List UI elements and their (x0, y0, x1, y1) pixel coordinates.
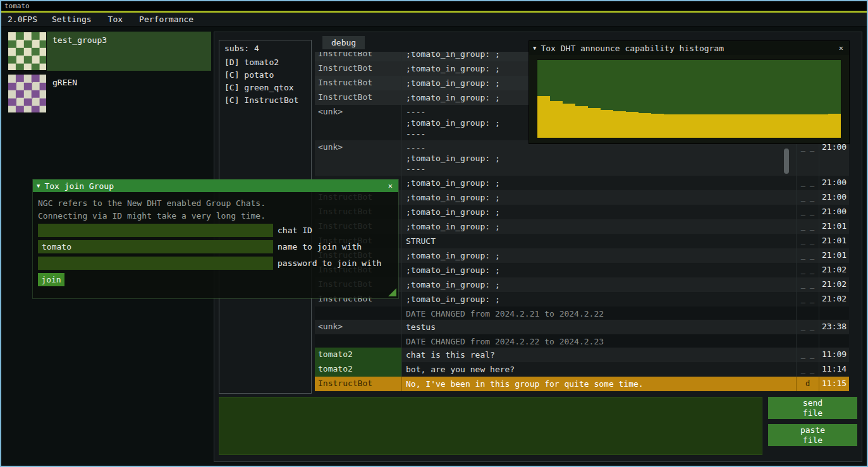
message-row[interactable]: InstructBotNo, I've been in this group f… (315, 377, 849, 391)
delivery-flags: _ _ (796, 292, 819, 306)
password-field-row: password to join with (38, 257, 381, 270)
sidebar-item-green[interactable]: gREEN (8, 74, 211, 113)
join-window-titlebar[interactable]: ▼ Tox join Group ✕ (33, 179, 398, 192)
tab-debug[interactable]: debug (322, 36, 365, 49)
member-item[interactable]: [C] potato (224, 69, 306, 82)
sender-name: tomato2 (315, 362, 402, 377)
subs-count: subs: 4 (224, 44, 306, 53)
member-item[interactable]: [D] tomato2 (224, 56, 306, 69)
message-text: chat is this real? (402, 348, 796, 362)
histogram-bar (651, 114, 664, 138)
message-text: ;tomato_in_group: ; (402, 248, 796, 263)
timestamp: 21:00 (819, 190, 849, 205)
sender-name: InstructBot (315, 61, 402, 76)
member-item[interactable]: [C] green_qtox (224, 82, 306, 94)
message-text: ;tomato_in_group: ; (402, 190, 796, 205)
group-avatar (8, 74, 47, 113)
window-titlebar[interactable]: tomato (1, 1, 867, 11)
delivery-flags: _ _ (796, 320, 819, 334)
timestamp: 21:01 (819, 248, 849, 263)
paste-file-button[interactable]: paste file (768, 424, 857, 446)
collapse-icon[interactable]: ▼ (37, 183, 40, 189)
histogram-bar (790, 114, 803, 138)
message-text: bot, are you new here? (402, 362, 796, 377)
histogram-bar (639, 113, 651, 138)
timestamp: 21:02 (819, 263, 849, 277)
timestamp: 21:01 (819, 234, 849, 248)
sender-name: <unk> (315, 320, 402, 334)
close-icon[interactable]: ✕ (837, 44, 845, 52)
histogram-plot (537, 59, 841, 138)
date-changed-row: DATE CHANGED from 2024.2.21 to 2024.2.22 (315, 306, 849, 320)
histogram-bar (588, 108, 601, 138)
file-buttons: send file paste file (768, 397, 857, 451)
message-text: DATE CHANGED from 2024.2.22 to 2024.2.23 (402, 334, 796, 348)
delivery-flags: _ _ (796, 205, 819, 219)
sender-name (315, 334, 402, 348)
timestamp (819, 334, 849, 348)
sidebar: test_group3 gREEN (8, 32, 211, 116)
delivery-flags: _ _ (796, 362, 819, 377)
timestamp: 21:00 (819, 205, 849, 219)
chat-scrollbar[interactable] (784, 149, 789, 174)
timestamp: 23:38 (819, 320, 849, 334)
join-button[interactable]: join (38, 273, 64, 286)
histogram-bar (575, 106, 588, 138)
message-text: ---- ;tomato_in_group: ; ---- (402, 140, 796, 176)
app-window: tomato 2.0FPS Settings Tox Performance t… (0, 0, 868, 467)
menu-performance[interactable]: Performance (131, 15, 202, 24)
histogram-bar (550, 101, 563, 138)
histogram-bar (664, 114, 676, 138)
composer-input[interactable] (219, 397, 762, 455)
histogram-window-titlebar[interactable]: ▼ Tox DHT announce capability histogram … (529, 41, 849, 55)
message-row[interactable]: <unk>---- ;tomato_in_group: ; ----_ _21:… (315, 140, 849, 176)
histogram-window: ▼ Tox DHT announce capability histogram … (529, 41, 849, 143)
message-row[interactable]: <unk>testus_ _23:38 (315, 320, 849, 334)
timestamp: 11:09 (819, 348, 849, 362)
resize-grip[interactable] (388, 288, 396, 296)
delivery-flags: _ _ (796, 248, 819, 263)
histogram-window-title: Tox DHT announce capability histogram (541, 44, 724, 53)
histogram-bar (676, 114, 689, 138)
message-text: STRUCT (402, 234, 796, 248)
timestamp: 21:01 (819, 219, 849, 234)
timestamp: 21:00 (819, 140, 849, 176)
message-text: DATE CHANGED from 2024.2.21 to 2024.2.22 (402, 306, 796, 320)
delivery-flags (796, 334, 819, 348)
histogram-bar (727, 114, 740, 138)
histogram-bar (563, 104, 575, 138)
send-file-button[interactable]: send file (768, 397, 857, 419)
delivery-flags: _ _ (796, 190, 819, 205)
delivery-flags: _ _ (796, 277, 819, 292)
sender-name (315, 306, 402, 320)
menu-tox[interactable]: Tox (100, 15, 131, 24)
chat-id-label: chat ID (278, 226, 312, 235)
histogram-bar (803, 114, 816, 138)
histogram-bar (778, 114, 790, 138)
delivery-flags: _ _ (796, 234, 819, 248)
close-icon[interactable]: ✕ (386, 181, 394, 190)
join-name-input[interactable] (38, 240, 273, 253)
chat-id-input[interactable] (38, 224, 273, 237)
sidebar-item-test_group3[interactable]: test_group3 (8, 32, 211, 71)
timestamp (819, 306, 849, 320)
date-changed-row: DATE CHANGED from 2024.2.22 to 2024.2.23 (315, 334, 849, 348)
histogram-bar (537, 96, 550, 138)
message-row[interactable]: tomato2chat is this real?_ _11:09 (315, 348, 849, 362)
name-field-row: name to join with (38, 240, 362, 253)
sender-name: InstructBot (315, 52, 402, 61)
message-text: No, I've been in this group for quite so… (402, 377, 796, 391)
group-name: test_group3 (47, 32, 107, 71)
delivery-flags: _ _ (796, 140, 819, 176)
join-password-input[interactable] (38, 257, 273, 270)
group-avatar (8, 32, 47, 71)
collapse-icon[interactable]: ▼ (533, 45, 536, 51)
member-item[interactable]: [C] InstructBot (224, 94, 306, 107)
message-row[interactable]: tomato2bot, are you new here?_ _11:14 (315, 362, 849, 377)
menu-bar: 2.0FPS Settings Tox Performance (1, 13, 867, 27)
sender-name: tomato2 (315, 348, 402, 362)
menu-settings[interactable]: Settings (44, 15, 100, 24)
join-window-title: Tox join Group (44, 181, 114, 191)
histogram-bar (752, 114, 765, 138)
group-name: gREEN (47, 74, 77, 113)
